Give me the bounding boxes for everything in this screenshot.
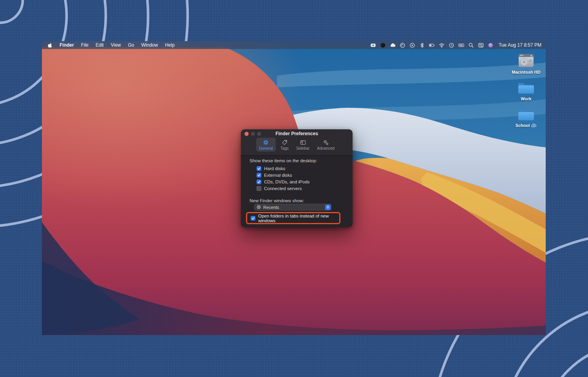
checkbox-row-hard-disks[interactable]: Hard disks (257, 165, 285, 172)
tab-advanced[interactable]: Advanced (314, 138, 337, 152)
checkbox[interactable] (251, 216, 255, 221)
cloud-icon[interactable] (390, 42, 396, 48)
tab-label: Sidebar (296, 146, 309, 150)
new-windows-dropdown[interactable]: Recents (254, 204, 331, 210)
tab-tags[interactable]: Tags (278, 138, 291, 152)
gear-icon (262, 139, 269, 146)
checkbox-label: CDs, DVDs, and iPods (264, 179, 309, 184)
desktop-icon-school[interactable]: School (516, 108, 537, 128)
menu-bar-left: Finder File Edit View Go Window Help (42, 42, 178, 48)
dark-sphere-app-icon[interactable] (380, 42, 386, 48)
control-center-icon[interactable] (478, 42, 484, 48)
checkbox-label: External disks (264, 173, 292, 178)
check-icon (251, 216, 255, 220)
apple-menu-icon[interactable] (47, 42, 53, 48)
folder-icon (517, 81, 535, 95)
check-icon (257, 180, 261, 184)
preferences-toolbar: General Tags (241, 138, 353, 152)
desktop-icon-label: School (516, 123, 537, 128)
close-button[interactable] (244, 132, 249, 136)
double-gear-icon (322, 139, 329, 146)
checkbox-row-open-in-tabs[interactable]: Open folders in tabs instead of new wind… (247, 214, 339, 223)
sidebar-icon (300, 139, 306, 146)
time-machine-clock-icon[interactable] (449, 42, 454, 48)
checkbox-label: Connected servers (264, 186, 302, 191)
page-background: Finder File Edit View Go Window Help (0, 0, 588, 377)
finder-preferences-window: Finder Preferences General (241, 129, 353, 227)
menu-edit[interactable]: Edit (92, 42, 107, 48)
chevron-up-down-icon (326, 205, 330, 209)
desktop-icon-label: Work (521, 96, 531, 101)
dropdown-stepper-button[interactable] (325, 205, 331, 210)
tab-sidebar[interactable]: Sidebar (293, 138, 312, 152)
check-icon (257, 167, 261, 170)
checkbox-label: Hard disks (264, 166, 285, 171)
checkbox-row-connected-servers[interactable]: Connected servers (257, 185, 302, 192)
menu-file[interactable]: File (78, 42, 92, 48)
media-play-icon[interactable] (409, 42, 415, 48)
wifi-icon[interactable] (439, 42, 445, 48)
minimize-button[interactable] (251, 132, 255, 136)
desktop-icon-work[interactable]: Work (517, 81, 535, 101)
tag-icon (281, 139, 288, 146)
menu-finder[interactable]: Finder (56, 42, 78, 48)
hard-drive-icon (517, 53, 535, 69)
checkbox[interactable] (257, 186, 261, 191)
tab-general[interactable]: General (256, 138, 276, 152)
siri-sphere-icon[interactable] (488, 42, 494, 48)
creative-cloud-icon[interactable] (400, 42, 405, 48)
dropdown-value: Recents (263, 205, 279, 210)
new-windows-label: New Finder windows show: (250, 198, 304, 203)
keyboard-icon[interactable] (458, 42, 464, 48)
screen-mirroring-icon[interactable] (370, 42, 376, 48)
menu-bar: Finder File Edit View Go Window Help (42, 41, 546, 49)
desktop-icon-column: Macintosh HD Work School (508, 53, 544, 134)
desktop-icon-label: Macintosh HD (512, 70, 540, 74)
menu-window[interactable]: Window (138, 42, 162, 48)
checkbox-row-cds-dvds-ipods[interactable]: CDs, DVDs, and iPods (257, 179, 309, 185)
menu-help[interactable]: Help (161, 42, 178, 48)
battery-icon[interactable] (429, 42, 435, 48)
recents-icon (257, 205, 261, 209)
desktop-icon-macintosh-hd[interactable]: Macintosh HD (512, 53, 540, 74)
highlight-annotation-box: Open folders in tabs instead of new wind… (246, 212, 340, 224)
apple-logo-icon (47, 42, 53, 48)
window-controls (244, 132, 261, 136)
zoom-button[interactable] (257, 132, 261, 136)
checkbox[interactable] (257, 179, 261, 184)
menu-go[interactable]: Go (125, 42, 138, 48)
window-header: Finder Preferences General (241, 129, 353, 156)
spotlight-search-icon[interactable] (468, 42, 474, 48)
menu-bar-clock[interactable]: Tue Aug 17 8:57 PM (499, 42, 541, 48)
bluetooth-icon[interactable] (419, 42, 425, 48)
checkbox[interactable] (257, 166, 261, 171)
check-icon (257, 173, 261, 177)
menu-bar-status-area: Tue Aug 17 8:57 PM (370, 42, 546, 48)
checkbox-label: Open folders in tabs instead of new wind… (258, 214, 339, 223)
checkbox[interactable] (257, 173, 261, 178)
checkbox-row-external-disks[interactable]: External disks (257, 172, 292, 178)
folder-icon (517, 108, 535, 122)
tab-label: Tags (280, 146, 289, 150)
macos-desktop: Finder File Edit View Go Window Help (42, 41, 546, 335)
show-items-label: Show these items on the desktop: (250, 158, 317, 163)
tab-label: Advanced (317, 146, 334, 150)
icloud-download-icon (531, 123, 537, 128)
tab-label: General (259, 146, 273, 150)
menu-view[interactable]: View (107, 42, 125, 48)
